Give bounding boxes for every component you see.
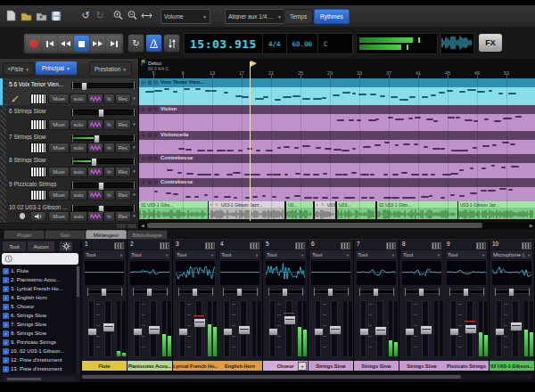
track-menu-caret[interactable]: ▼ (131, 94, 137, 102)
signature-display[interactable]: 4/4 (262, 34, 286, 53)
slider-handle[interactable] (101, 288, 107, 297)
rec-button[interactable]: Rec (115, 211, 131, 222)
clip-collapse-icon[interactable]: ▸ (141, 155, 146, 161)
audio-clip[interactable]: U03-1 Gibson Jaz... (458, 201, 535, 219)
fader-handle[interactable] (329, 325, 342, 335)
piano-icon[interactable] (30, 94, 46, 104)
fader-handle[interactable] (148, 325, 160, 335)
track-zoom-in-button[interactable]: + (128, 224, 136, 228)
track-volume-slider[interactable] (71, 183, 136, 188)
rec-button[interactable]: Rec (115, 94, 131, 104)
fast-forward-button[interactable] (90, 36, 105, 52)
slider-handle[interactable] (327, 288, 333, 297)
performance-button[interactable]: Prestation ▼ (89, 61, 132, 77)
clip-midi-icon[interactable]: ▤ (147, 179, 152, 185)
fader-handle[interactable] (284, 315, 296, 325)
clip-midi-icon[interactable]: ▤ (147, 106, 152, 112)
scrollbar-thumb[interactable] (82, 375, 461, 379)
redo-icon[interactable]: ↻ (93, 8, 107, 23)
piano-icon[interactable] (30, 143, 46, 153)
volume-fader[interactable] (376, 300, 383, 357)
fader-handle[interactable] (359, 328, 369, 336)
fx-button[interactable]: FX (479, 34, 502, 52)
channel-source-select[interactable]: Tout▼ (445, 249, 488, 260)
track-row[interactable]: 7 Strings SlowMuetsolofxRec▼ (0, 131, 138, 155)
clip-midi-icon[interactable]: ▤ (147, 79, 152, 86)
pan-slider[interactable] (495, 290, 531, 294)
track-menu-caret[interactable]: ▼ (131, 143, 137, 151)
add-track-button[interactable]: +Piste ▼ (3, 62, 34, 76)
zoom-fit-icon[interactable] (139, 8, 153, 23)
fx-button[interactable]: fx (103, 211, 115, 222)
mute-button[interactable]: Muet (48, 167, 70, 177)
eq-fader[interactable] (134, 300, 140, 357)
midi-clip[interactable]: ▸▤↻Voix Tenor Vien... (139, 78, 535, 105)
clip-header[interactable]: U0... (286, 201, 313, 208)
record-button[interactable] (26, 36, 41, 52)
pan-slider[interactable] (133, 290, 169, 294)
track-volume-slider[interactable] (71, 83, 136, 88)
volume-fader[interactable] (422, 300, 429, 357)
mute-button[interactable]: Muet (48, 190, 70, 200)
pan-slider[interactable] (405, 290, 440, 294)
fader-handle[interactable] (223, 328, 233, 336)
settings-button[interactable] (59, 241, 73, 252)
rec-button[interactable]: Rec (115, 167, 131, 177)
track-menu-caret[interactable]: ▼ (131, 190, 137, 199)
track-zoom-out-button[interactable]: – (117, 224, 126, 228)
mute-button[interactable]: Muet (48, 94, 70, 104)
fx-button[interactable]: fx (103, 94, 115, 104)
library-item[interactable]: ♪10. 02 U03-1 Gibson... (1, 347, 76, 355)
automation-type-select[interactable]: Volume ▼ (160, 9, 210, 24)
track-volume-slider[interactable] (71, 135, 136, 141)
channel-source-select[interactable]: Tout▼ (264, 249, 307, 260)
track-grip[interactable] (0, 178, 6, 201)
new-project-icon[interactable] (4, 8, 18, 23)
solo-button[interactable]: solo (70, 143, 87, 153)
mute-button[interactable]: Muet (48, 143, 70, 153)
snap-select[interactable]: Aligner aux 1/4de de... ▼ (225, 9, 285, 24)
pan-slider[interactable] (87, 290, 123, 294)
library-vscrollbar[interactable] (77, 266, 79, 374)
channel-source-select[interactable]: Tout▼ (128, 249, 171, 260)
library-item[interactable]: ♪3. Lyrical French Ho... (1, 284, 76, 293)
fader-handle[interactable] (405, 328, 415, 336)
zoom-out-icon[interactable] (125, 8, 139, 23)
clip-header[interactable]: U03-1 Gibson Jaz... (458, 201, 535, 208)
scrollbar-thumb[interactable] (7, 378, 41, 380)
midi-clip[interactable]: ▸▤↻Violoncelle (139, 131, 535, 154)
fader-handle[interactable] (449, 328, 459, 336)
stop-button[interactable] (74, 36, 89, 52)
scroll-left-icon[interactable]: ◀ (139, 222, 146, 229)
eq-fader[interactable] (496, 300, 502, 357)
undo-icon[interactable]: ↺ (78, 8, 93, 23)
timeline-ruler[interactable]: Début 60.0 4/4 C 59131721252933374145495… (139, 59, 535, 79)
open-project-icon[interactable] (19, 8, 33, 23)
audio-clip[interactable]: 02 U03-1 Gibs... (139, 201, 209, 219)
track-menu-caret[interactable]: ▼ (131, 167, 137, 176)
timeline-hscrollbar[interactable]: ◀ ▶ (139, 222, 535, 229)
tab-rythmes[interactable]: Rythmes (314, 9, 350, 24)
punch-in-out-button[interactable] (163, 34, 180, 53)
scrollbar-thumb[interactable] (77, 266, 79, 297)
library-item[interactable]: ♪5. Choeur (1, 302, 76, 311)
pan-slider[interactable] (178, 290, 214, 294)
volume-fader[interactable] (285, 300, 292, 357)
track-menu-caret[interactable]: ▼ (131, 211, 137, 220)
volume-fader[interactable] (240, 300, 247, 357)
piano-icon[interactable] (30, 190, 46, 200)
library-item[interactable]: ♪8. Strings Slow (1, 329, 76, 338)
volume-fader[interactable] (104, 300, 111, 357)
audio-clip[interactable]: ▸↻U03-1 Gibson Jazz... (209, 201, 285, 219)
go-end-button[interactable] (106, 36, 121, 52)
import-icon[interactable] (34, 8, 48, 23)
fx-button[interactable]: fx (103, 143, 115, 153)
library-item[interactable]: ♪12. Piste d'instrument (1, 355, 76, 364)
waveform-button[interactable] (87, 190, 103, 200)
midi-clip[interactable]: ▸▤↻Contrebasse (139, 154, 535, 178)
metronome-button[interactable] (145, 34, 162, 53)
channel-source-select[interactable]: Tout▼ (83, 249, 126, 260)
fader-handle[interactable] (87, 328, 97, 336)
slider-handle[interactable] (91, 158, 97, 167)
clip-midi-icon[interactable]: ▤ (147, 132, 152, 138)
